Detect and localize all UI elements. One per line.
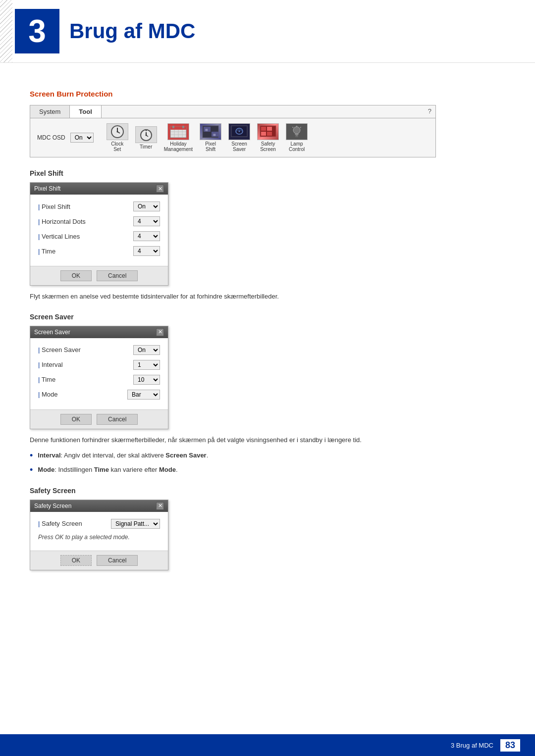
screen-saver-label: ScreenSaver — [231, 141, 247, 152]
screen-saver-label-2: Time — [38, 376, 133, 383]
pixel-shift-dialog-title: Pixel Shift — [34, 185, 60, 192]
safety-screen-note: Press OK to play a selected mode. — [38, 534, 160, 541]
screen-saver-select-1[interactable]: 123 — [133, 360, 160, 370]
svg-line-35 — [293, 127, 294, 128]
bullet-interval: • Interval: Angiv det interval, der skal… — [30, 451, 505, 461]
footer-text: 3 Brug af MDC — [451, 742, 493, 749]
toolbar-icon-screen-saver[interactable]: ScreenSaver — [228, 123, 250, 152]
bullet-mode: • Mode: Indstillingen Time kan variere e… — [30, 465, 505, 476]
chapter-title: Brug af MDC — [69, 19, 195, 43]
clock-set-icon — [107, 123, 128, 140]
screen-saver-row-3: Mode BarEraserPixel — [38, 390, 160, 400]
toolbar-icon-holiday[interactable]: HolidayManagement — [164, 123, 193, 152]
safety-screen-icon — [257, 123, 279, 140]
screen-saver-description: Denne funktionen forhindrer skærmefterbi… — [30, 435, 505, 446]
svg-rect-31 — [267, 132, 272, 136]
timer-icon — [135, 126, 157, 143]
screen-saver-dialog-title: Screen Saver — [34, 329, 70, 336]
time-bold: Time — [94, 466, 109, 473]
mode-term: Mode — [38, 466, 54, 473]
safety-screen-label-0: Safety Screen — [38, 520, 111, 527]
pixel-shift-close-button[interactable]: ✕ — [156, 185, 164, 193]
screen-saver-select-0[interactable]: OnOff — [133, 345, 160, 355]
pixel-shift-select-2[interactable]: 4123 — [133, 231, 160, 241]
svg-rect-29 — [267, 127, 272, 131]
pixel-shift-label-2: Vertical Lines — [38, 233, 133, 240]
screen-saver-bullets: • Interval: Angiv det interval, der skal… — [30, 451, 505, 476]
pixel-shift-heading: Pixel Shift — [30, 169, 505, 177]
screen-saver-label-1: Interval — [38, 361, 133, 368]
svg-text:▦: ▦ — [205, 128, 208, 131]
pixel-shift-select-0[interactable]: OnOff — [133, 202, 160, 211]
screen-saver-cancel-button[interactable]: Cancel — [97, 414, 138, 425]
mode-bold: Mode — [159, 466, 176, 473]
screen-burn-protection-heading: Screen Burn Protection — [30, 90, 505, 98]
pixel-shift-ok-button[interactable]: OK — [60, 270, 92, 281]
pixel-shift-dialog-footer: OK Cancel — [30, 266, 168, 285]
svg-point-3 — [116, 131, 118, 133]
bullet-interval-text: Interval: Angiv det interval, der skal a… — [38, 451, 208, 460]
screen-saver-icon — [228, 123, 250, 140]
screen-saver-select-3[interactable]: BarEraserPixel — [127, 390, 160, 400]
screen-saver-dialog-body: Screen Saver OnOff Interval 123 Time 105… — [30, 338, 168, 409]
pixel-shift-row-1: Horizontal Dots 4123 — [38, 216, 160, 226]
main-content: Screen Burn Protection System Tool ? MDC… — [0, 63, 535, 606]
safety-screen-row-0: Safety Screen Signal Patt...All White — [38, 519, 160, 529]
screen-saver-select-2[interactable]: 10515 — [133, 375, 160, 385]
toolbar-body: MDC OSD On ClockSet — [30, 118, 435, 157]
bullet-dot-1: • — [30, 451, 33, 461]
toolbar-icon-pixel-shift[interactable]: ▦ ▦ PixelShift — [200, 123, 221, 152]
safety-screen-titlebar: Safety Screen ✕ — [30, 500, 168, 512]
interval-term: Interval — [38, 452, 60, 459]
pixel-shift-label: PixelShift — [205, 141, 216, 152]
screen-saver-row-2: Time 10515 — [38, 375, 160, 385]
safety-screen-dialog-title: Safety Screen — [34, 503, 71, 509]
screen-saver-ok-button[interactable]: OK — [60, 414, 92, 425]
pixel-shift-select-1[interactable]: 4123 — [133, 216, 160, 226]
tab-tool[interactable]: Tool — [70, 105, 101, 118]
page-number: 83 — [500, 739, 520, 752]
holiday-label: HolidayManagement — [164, 141, 193, 152]
holiday-icon — [167, 123, 189, 140]
pixel-shift-label-1: Horizontal Dots — [38, 218, 133, 225]
pixel-shift-select-3[interactable]: 4123 — [133, 246, 160, 256]
safety-screen-label: SafetyScreen — [260, 141, 276, 152]
lamp-control-icon — [286, 123, 308, 140]
svg-text:▦: ▦ — [213, 133, 216, 136]
safety-screen-dialog-body: Safety Screen Signal Patt...All White Pr… — [30, 512, 168, 551]
toolbar-icon-lamp-control[interactable]: LampControl — [286, 123, 308, 152]
safety-screen-cancel-button[interactable]: Cancel — [97, 555, 138, 566]
help-button[interactable]: ? — [424, 105, 435, 118]
screen-saver-label-3: Mode — [38, 391, 127, 398]
safety-screen-dialog: Safety Screen ✕ Safety Screen Signal Pat… — [30, 500, 168, 570]
screen-saver-row-1: Interval 123 — [38, 360, 160, 370]
page-footer: 3 Brug af MDC 83 — [0, 734, 535, 756]
pixel-shift-icon: ▦ ▦ — [200, 123, 221, 140]
toolbar-tabs: System Tool ? — [30, 105, 435, 118]
tab-system[interactable]: System — [30, 105, 70, 118]
pixel-shift-label-0: Pixel Shift — [38, 203, 133, 210]
screen-saver-row-0: Screen Saver OnOff — [38, 345, 160, 355]
chapter-number: 3 — [15, 9, 59, 53]
safety-screen-heading: Safety Screen — [30, 487, 505, 495]
bullet-dot-2: • — [30, 465, 33, 476]
pixel-shift-description: Flyt skærmen en anelse ved bestemte tids… — [30, 292, 505, 302]
toolbar-icon-safety-screen[interactable]: SafetyScreen — [257, 123, 279, 152]
screen-saver-dialog-footer: OK Cancel — [30, 409, 168, 429]
safety-screen-close-button[interactable]: ✕ — [156, 502, 164, 510]
pixel-shift-label-3: Time — [38, 248, 133, 255]
screen-saver-titlebar: Screen Saver ✕ — [30, 326, 168, 338]
svg-rect-17 — [172, 126, 174, 128]
safety-screen-ok-button[interactable]: OK — [60, 555, 92, 566]
mdc-osd-select[interactable]: On — [70, 133, 94, 143]
svg-point-26 — [239, 131, 240, 132]
screen-saver-close-button[interactable]: ✕ — [156, 328, 164, 336]
toolbar-icon-clock-set[interactable]: ClockSet — [107, 123, 128, 152]
pixel-shift-cancel-button[interactable]: Cancel — [97, 270, 138, 281]
screen-saver-bold: Screen Saver — [165, 452, 206, 459]
svg-point-32 — [293, 127, 300, 134]
toolbar-icon-timer[interactable]: Timer — [135, 126, 157, 150]
svg-line-36 — [300, 127, 301, 128]
safety-screen-select-0[interactable]: Signal Patt...All White — [111, 519, 160, 529]
screen-saver-dialog: Screen Saver ✕ Screen Saver OnOff Interv… — [30, 326, 168, 429]
